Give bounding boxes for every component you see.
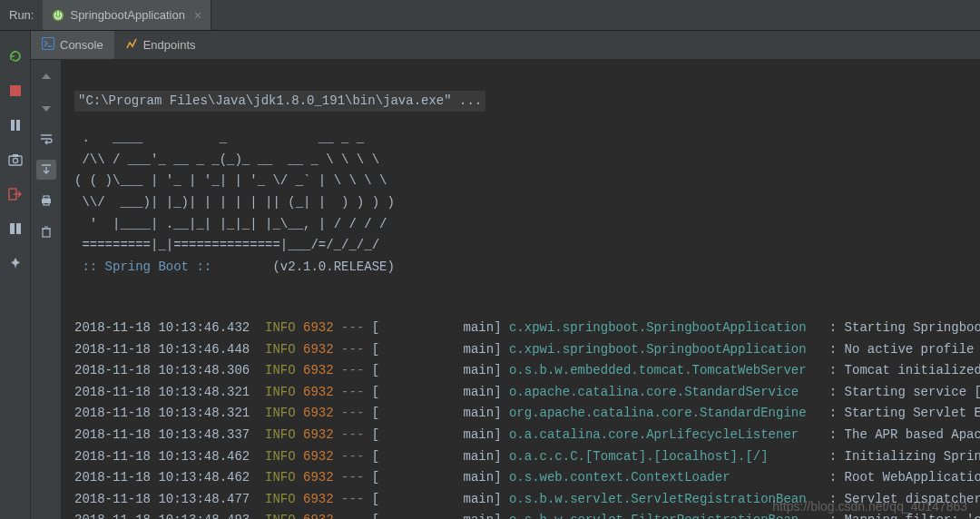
command-line: "C:\Program Files\Java\jdk1.8.0_191\bin\… — [74, 91, 485, 113]
run-config-title: SpringbootApplication — [70, 8, 184, 22]
svg-rect-4 — [9, 156, 22, 165]
tab-endpoints-label: Endpoints — [143, 38, 196, 52]
svg-rect-14 — [43, 229, 50, 237]
tab-endpoints[interactable]: Endpoints — [114, 31, 207, 59]
down-icon[interactable] — [36, 98, 56, 118]
svg-rect-9 — [16, 223, 21, 234]
console-toolbar — [31, 60, 62, 519]
run-label: Run: — [0, 0, 43, 30]
console-tabs: Console Endpoints — [31, 31, 980, 60]
svg-rect-3 — [16, 120, 20, 131]
soft-wrap-icon[interactable] — [36, 129, 56, 149]
close-icon[interactable]: × — [194, 8, 201, 23]
exit-icon[interactable] — [6, 185, 24, 203]
layout-icon[interactable] — [6, 220, 24, 238]
rerun-icon[interactable] — [6, 47, 24, 65]
svg-rect-2 — [11, 120, 15, 131]
tab-console[interactable]: Console — [31, 31, 114, 59]
svg-rect-8 — [10, 223, 15, 234]
svg-rect-6 — [13, 154, 18, 157]
pause-icon[interactable] — [6, 116, 24, 134]
run-config-tab[interactable]: SpringbootApplication × — [43, 0, 211, 30]
up-icon[interactable] — [36, 67, 56, 87]
camera-icon[interactable] — [6, 151, 24, 169]
endpoints-icon — [125, 37, 138, 53]
stop-icon[interactable] — [6, 82, 24, 100]
scroll-to-end-icon[interactable] — [36, 160, 56, 180]
svg-rect-12 — [44, 196, 49, 199]
print-icon[interactable] — [36, 191, 56, 211]
svg-point-5 — [13, 158, 17, 162]
tab-console-label: Console — [60, 38, 103, 52]
spring-banner: . ____ _ __ _ _ /\\ / ___'_ __ _ _(_)_ _… — [74, 128, 980, 278]
log-lines: 2018-11-18 10:13:46.432 INFO 6932 --- [ … — [74, 318, 980, 519]
svg-rect-13 — [44, 202, 49, 205]
console-output[interactable]: "C:\Program Files\Java\jdk1.8.0_191\bin\… — [62, 60, 980, 519]
svg-rect-10 — [43, 38, 54, 50]
console-icon — [42, 37, 54, 53]
svg-rect-1 — [10, 85, 21, 96]
top-bar: Run: SpringbootApplication × — [0, 0, 980, 31]
trash-icon[interactable] — [36, 221, 56, 241]
pin-icon[interactable] — [6, 254, 24, 272]
spring-boot-icon — [52, 9, 64, 22]
left-toolbar — [0, 31, 31, 519]
